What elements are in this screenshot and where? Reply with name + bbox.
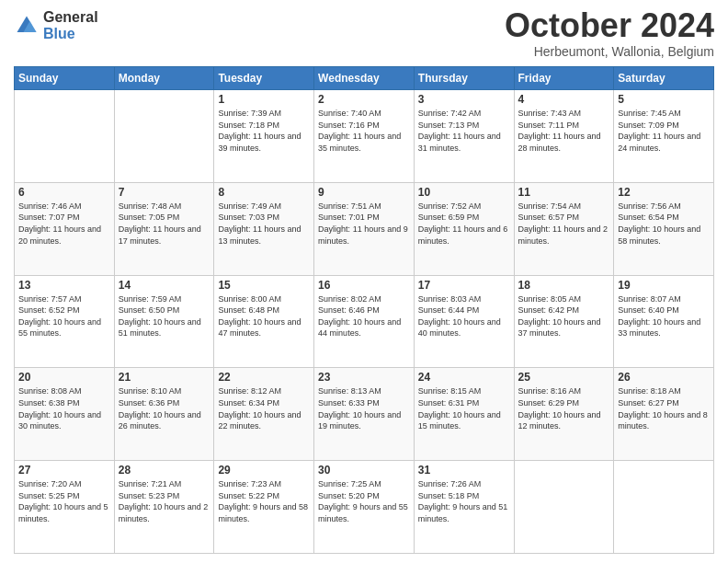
week-row-5: 27Sunrise: 7:20 AM Sunset: 5:25 PM Dayli…: [15, 461, 714, 554]
day-cell: 2Sunrise: 7:40 AM Sunset: 7:16 PM Daylig…: [314, 90, 415, 183]
day-info: Sunrise: 7:42 AM Sunset: 7:13 PM Dayligh…: [418, 108, 510, 154]
day-cell: 25Sunrise: 8:16 AM Sunset: 6:29 PM Dayli…: [514, 368, 614, 461]
header-tuesday: Tuesday: [214, 67, 314, 90]
day-info: Sunrise: 8:15 AM Sunset: 6:31 PM Dayligh…: [418, 385, 510, 431]
location-subtitle: Herbeumont, Wallonia, Belgium: [505, 44, 714, 59]
day-cell: 26Sunrise: 8:18 AM Sunset: 6:27 PM Dayli…: [614, 368, 714, 461]
calendar-table: Sunday Monday Tuesday Wednesday Thursday…: [14, 66, 714, 554]
logo-icon: [14, 13, 40, 39]
logo-text: General Blue: [43, 9, 98, 41]
day-number: 5: [618, 93, 710, 106]
day-cell: 30Sunrise: 7:25 AM Sunset: 5:20 PM Dayli…: [314, 461, 415, 554]
day-number: 7: [119, 186, 210, 199]
day-cell: 5Sunrise: 7:45 AM Sunset: 7:09 PM Daylig…: [614, 90, 714, 183]
day-info: Sunrise: 7:48 AM Sunset: 7:05 PM Dayligh…: [119, 201, 210, 247]
day-info: Sunrise: 7:59 AM Sunset: 6:50 PM Dayligh…: [119, 293, 210, 339]
header-saturday: Saturday: [614, 67, 714, 90]
day-number: 19: [618, 279, 710, 292]
header-thursday: Thursday: [414, 67, 514, 90]
day-cell: 11Sunrise: 7:54 AM Sunset: 6:57 PM Dayli…: [514, 182, 614, 275]
header: General Blue October 2024 Herbeumont, Wa…: [14, 9, 714, 59]
logo-blue-text: Blue: [43, 26, 98, 42]
day-info: Sunrise: 8:13 AM Sunset: 6:33 PM Dayligh…: [318, 385, 410, 431]
header-sunday: Sunday: [15, 67, 115, 90]
day-info: Sunrise: 7:52 AM Sunset: 6:59 PM Dayligh…: [418, 201, 510, 247]
day-cell: 29Sunrise: 7:23 AM Sunset: 5:22 PM Dayli…: [214, 461, 314, 554]
day-cell: [114, 90, 214, 183]
day-number: 14: [119, 279, 210, 292]
week-row-4: 20Sunrise: 8:08 AM Sunset: 6:38 PM Dayli…: [15, 368, 714, 461]
day-cell: 3Sunrise: 7:42 AM Sunset: 7:13 PM Daylig…: [414, 90, 514, 183]
week-row-2: 6Sunrise: 7:46 AM Sunset: 7:07 PM Daylig…: [15, 182, 714, 275]
day-cell: [514, 461, 614, 554]
day-number: 12: [618, 186, 710, 199]
day-cell: 1Sunrise: 7:39 AM Sunset: 7:18 PM Daylig…: [214, 90, 314, 183]
logo-general-text: General: [43, 9, 98, 26]
day-number: 29: [218, 464, 310, 477]
day-cell: 20Sunrise: 8:08 AM Sunset: 6:38 PM Dayli…: [15, 368, 115, 461]
day-number: 27: [18, 464, 110, 477]
header-friday: Friday: [514, 67, 614, 90]
day-number: 22: [218, 371, 310, 384]
day-number: 28: [119, 464, 210, 477]
day-number: 9: [318, 186, 410, 199]
day-cell: 27Sunrise: 7:20 AM Sunset: 5:25 PM Dayli…: [15, 461, 115, 554]
day-cell: 13Sunrise: 7:57 AM Sunset: 6:52 PM Dayli…: [15, 275, 115, 368]
day-number: 31: [418, 464, 510, 477]
title-block: October 2024 Herbeumont, Wallonia, Belgi…: [505, 9, 714, 59]
day-number: 4: [518, 93, 610, 106]
day-number: 17: [418, 279, 510, 292]
day-cell: 23Sunrise: 8:13 AM Sunset: 6:33 PM Dayli…: [314, 368, 415, 461]
day-cell: [15, 90, 115, 183]
day-info: Sunrise: 8:03 AM Sunset: 6:44 PM Dayligh…: [418, 293, 510, 339]
header-monday: Monday: [114, 67, 214, 90]
month-title: October 2024: [505, 9, 714, 42]
day-info: Sunrise: 7:39 AM Sunset: 7:18 PM Dayligh…: [218, 108, 310, 154]
day-cell: 7Sunrise: 7:48 AM Sunset: 7:05 PM Daylig…: [114, 182, 214, 275]
week-row-3: 13Sunrise: 7:57 AM Sunset: 6:52 PM Dayli…: [15, 275, 714, 368]
day-number: 26: [618, 371, 710, 384]
day-cell: 19Sunrise: 8:07 AM Sunset: 6:40 PM Dayli…: [614, 275, 714, 368]
day-info: Sunrise: 7:45 AM Sunset: 7:09 PM Dayligh…: [618, 108, 710, 154]
day-cell: 24Sunrise: 8:15 AM Sunset: 6:31 PM Dayli…: [414, 368, 514, 461]
day-cell: 17Sunrise: 8:03 AM Sunset: 6:44 PM Dayli…: [414, 275, 514, 368]
day-number: 8: [218, 186, 310, 199]
day-info: Sunrise: 7:20 AM Sunset: 5:25 PM Dayligh…: [18, 478, 110, 524]
day-cell: 14Sunrise: 7:59 AM Sunset: 6:50 PM Dayli…: [114, 275, 214, 368]
day-number: 23: [318, 371, 410, 384]
day-number: 18: [518, 279, 610, 292]
day-info: Sunrise: 7:49 AM Sunset: 7:03 PM Dayligh…: [218, 201, 310, 247]
day-number: 6: [18, 186, 110, 199]
day-number: 20: [18, 371, 110, 384]
day-number: 16: [318, 279, 410, 292]
day-info: Sunrise: 7:21 AM Sunset: 5:23 PM Dayligh…: [119, 478, 210, 524]
day-info: Sunrise: 7:51 AM Sunset: 7:01 PM Dayligh…: [318, 201, 410, 247]
day-cell: 4Sunrise: 7:43 AM Sunset: 7:11 PM Daylig…: [514, 90, 614, 183]
day-cell: 31Sunrise: 7:26 AM Sunset: 5:18 PM Dayli…: [414, 461, 514, 554]
day-number: 30: [318, 464, 410, 477]
day-number: 3: [418, 93, 510, 106]
day-info: Sunrise: 8:00 AM Sunset: 6:48 PM Dayligh…: [218, 293, 310, 339]
day-info: Sunrise: 7:43 AM Sunset: 7:11 PM Dayligh…: [518, 108, 610, 154]
day-number: 2: [318, 93, 410, 106]
day-number: 11: [518, 186, 610, 199]
day-info: Sunrise: 7:56 AM Sunset: 6:54 PM Dayligh…: [618, 201, 710, 247]
day-info: Sunrise: 8:10 AM Sunset: 6:36 PM Dayligh…: [119, 385, 210, 431]
day-cell: 18Sunrise: 8:05 AM Sunset: 6:42 PM Dayli…: [514, 275, 614, 368]
day-info: Sunrise: 8:08 AM Sunset: 6:38 PM Dayligh…: [18, 385, 110, 431]
header-wednesday: Wednesday: [314, 67, 415, 90]
day-cell: 21Sunrise: 8:10 AM Sunset: 6:36 PM Dayli…: [114, 368, 214, 461]
day-number: 21: [119, 371, 210, 384]
day-info: Sunrise: 7:46 AM Sunset: 7:07 PM Dayligh…: [18, 201, 110, 247]
day-cell: 10Sunrise: 7:52 AM Sunset: 6:59 PM Dayli…: [414, 182, 514, 275]
page: General Blue October 2024 Herbeumont, Wa…: [0, 0, 728, 563]
day-info: Sunrise: 7:40 AM Sunset: 7:16 PM Dayligh…: [318, 108, 410, 154]
day-headers-row: Sunday Monday Tuesday Wednesday Thursday…: [15, 67, 714, 90]
day-cell: 16Sunrise: 8:02 AM Sunset: 6:46 PM Dayli…: [314, 275, 415, 368]
day-cell: [614, 461, 714, 554]
day-info: Sunrise: 8:16 AM Sunset: 6:29 PM Dayligh…: [518, 385, 610, 431]
day-cell: 15Sunrise: 8:00 AM Sunset: 6:48 PM Dayli…: [214, 275, 314, 368]
day-info: Sunrise: 8:07 AM Sunset: 6:40 PM Dayligh…: [618, 293, 710, 339]
day-cell: 28Sunrise: 7:21 AM Sunset: 5:23 PM Dayli…: [114, 461, 214, 554]
day-info: Sunrise: 8:05 AM Sunset: 6:42 PM Dayligh…: [518, 293, 610, 339]
